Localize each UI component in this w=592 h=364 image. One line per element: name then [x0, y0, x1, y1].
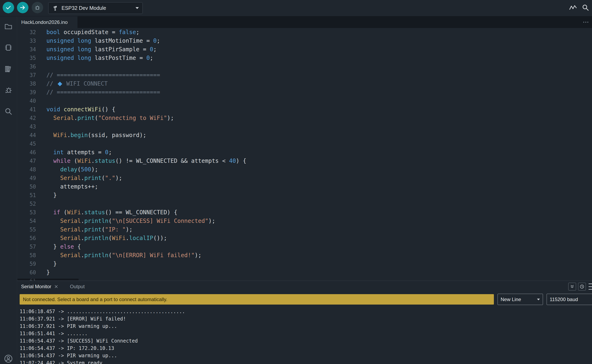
account-button[interactable]	[3, 353, 14, 364]
code-line[interactable]: 61	[17, 277, 592, 281]
collapse-panel-button[interactable]	[568, 283, 576, 291]
panel-tab-label: Output	[70, 284, 85, 289]
bug-icon	[34, 4, 41, 11]
line-number: 45	[17, 140, 36, 148]
sidebar-item-debug[interactable]	[3, 85, 14, 96]
debug-bug-icon	[4, 86, 13, 95]
code-line[interactable]: 54 Serial.println("\n[SUCCESS] WiFi Conn…	[17, 217, 592, 225]
line-number: 57	[17, 242, 36, 251]
code-editor[interactable]: 32bool occupiedState = false;33unsigned …	[17, 28, 592, 281]
code-line[interactable]: 45	[17, 140, 592, 148]
line-number: 32	[17, 28, 36, 37]
line-ending-select[interactable]: New Line	[498, 294, 543, 305]
editor-tab[interactable]: HackLondon2026.ino	[17, 16, 78, 28]
line-number: 52	[17, 200, 36, 208]
code-line[interactable]: 35unsigned long lastPostTime = 0;	[17, 54, 592, 62]
line-number: 38	[17, 79, 36, 88]
code-text: // WIFI CONNECT	[36, 79, 108, 88]
code-text: unsigned long lastPirSample = 0;	[36, 45, 157, 54]
library-books-icon	[4, 65, 13, 73]
code-line[interactable]: 56 Serial.println(WiFi.localIP());	[17, 234, 592, 242]
code-line[interactable]: 37// ==============================	[17, 71, 592, 79]
code-line[interactable]: 52	[17, 200, 592, 208]
code-line[interactable]: 33unsigned long lastMotionTime = 0;	[17, 37, 592, 45]
serial-monitor-button[interactable]	[580, 3, 590, 13]
code-text: }	[36, 191, 57, 200]
code-text: attempts++;	[36, 182, 98, 191]
code-line[interactable]: 55 Serial.print("IP: ");	[17, 225, 592, 234]
code-text: Serial.print(".");	[36, 174, 122, 182]
person-icon	[4, 354, 13, 363]
timestamp-toggle-button[interactable]	[578, 283, 586, 291]
sidebar-item-library-manager[interactable]	[3, 64, 14, 74]
code-text: void connectWiFi() {	[36, 105, 115, 114]
panel-tab-output[interactable]: Output	[70, 281, 85, 292]
code-line[interactable]: 34unsigned long lastPirSample = 0;	[17, 45, 592, 54]
code-line[interactable]: 39// ==============================	[17, 88, 592, 97]
code-text	[36, 200, 46, 208]
line-ending-value: New Line	[501, 297, 521, 302]
code-text: }	[36, 260, 57, 268]
board-selector[interactable]: ESP32 Dev Module	[48, 2, 143, 14]
serial-output: 11:06:18.457 -> ........................…	[20, 308, 592, 364]
code-line[interactable]: 40	[17, 97, 592, 105]
code-line[interactable]: 57 } else {	[17, 242, 592, 251]
usb-plug-icon	[52, 5, 58, 11]
line-number: 51	[17, 191, 36, 200]
search-icon	[4, 107, 13, 116]
debug-button[interactable]	[32, 2, 43, 13]
code-text: Serial.println("\n[SUCCESS] WiFi Connect…	[36, 217, 215, 225]
code-line[interactable]: 60}	[17, 268, 592, 277]
code-line[interactable]: 47 while (WiFi.status() != WL_CONNECTED …	[17, 157, 592, 165]
code-line[interactable]: 44 WiFi.begin(ssid, password);	[17, 131, 592, 140]
line-number: 40	[17, 97, 36, 105]
waveform-icon	[569, 4, 577, 11]
magnifier-icon	[582, 4, 589, 11]
code-line[interactable]: 49 Serial.print(".");	[17, 174, 592, 182]
code-line[interactable]: 32bool occupiedState = false;	[17, 28, 592, 37]
clock-icon	[579, 284, 585, 289]
line-number: 37	[17, 71, 36, 79]
code-line[interactable]: 51 }	[17, 191, 592, 200]
code-line[interactable]: 53 if (WiFi.status() == WL_CONNECTED) {	[17, 208, 592, 217]
check-icon	[5, 5, 12, 11]
line-number: 43	[17, 122, 36, 131]
sidebar-item-boards-manager[interactable]	[3, 42, 14, 53]
code-line[interactable]: 43	[17, 122, 592, 131]
serial-output-line: 11:06:51.441 -> .......	[20, 330, 592, 337]
connection-banner: Not connected. Select a board and a port…	[20, 294, 494, 305]
serial-plotter-button[interactable]	[568, 3, 578, 13]
serial-output-line: 11:06:54.437 -> IP: 172.20.10.13	[20, 344, 592, 352]
code-line[interactable]: 48 delay(500);	[17, 165, 592, 174]
line-number: 34	[17, 45, 36, 54]
code-text: if (WiFi.status() == WL_CONNECTED) {	[36, 208, 178, 217]
line-number: 33	[17, 37, 36, 45]
code-text: Serial.print("IP: ");	[36, 225, 132, 234]
panel-menu-button[interactable]	[589, 284, 592, 290]
code-text: while (WiFi.status() != WL_CONNECTED && …	[36, 157, 246, 165]
upload-button[interactable]	[17, 2, 28, 13]
close-icon[interactable]	[54, 285, 58, 289]
baud-rate-select[interactable]: 115200 baud	[547, 294, 592, 305]
panel-tab-serial-monitor[interactable]: Serial Monitor	[21, 281, 58, 292]
verify-button[interactable]	[3, 2, 14, 13]
code-line[interactable]: 42 Serial.print("Connecting to WiFi");	[17, 114, 592, 122]
tab-label: HackLondon2026.ino	[21, 20, 68, 25]
code-line[interactable]: 36	[17, 62, 592, 71]
code-text	[36, 140, 46, 148]
horizontal-scrollbar[interactable]	[17, 279, 79, 280]
code-line[interactable]: 50 attempts++;	[17, 182, 592, 191]
code-line[interactable]: 38// WIFI CONNECT	[17, 79, 592, 88]
code-line[interactable]: 58 Serial.println("\n[ERROR] WiFi failed…	[17, 251, 592, 260]
code-line[interactable]: 46 int attempts = 0;	[17, 148, 592, 157]
line-number: 59	[17, 260, 36, 268]
sidebar-item-sketchbook[interactable]	[3, 21, 14, 32]
code-line[interactable]: 41void connectWiFi() {	[17, 105, 592, 114]
code-line[interactable]: 59 }	[17, 260, 592, 268]
tab-overflow-icon[interactable]	[583, 16, 588, 28]
line-number: 55	[17, 225, 36, 234]
activity-sidebar	[0, 16, 17, 364]
chevron-down-icon	[136, 7, 139, 9]
sidebar-item-search[interactable]	[3, 106, 14, 117]
line-number: 54	[17, 217, 36, 225]
